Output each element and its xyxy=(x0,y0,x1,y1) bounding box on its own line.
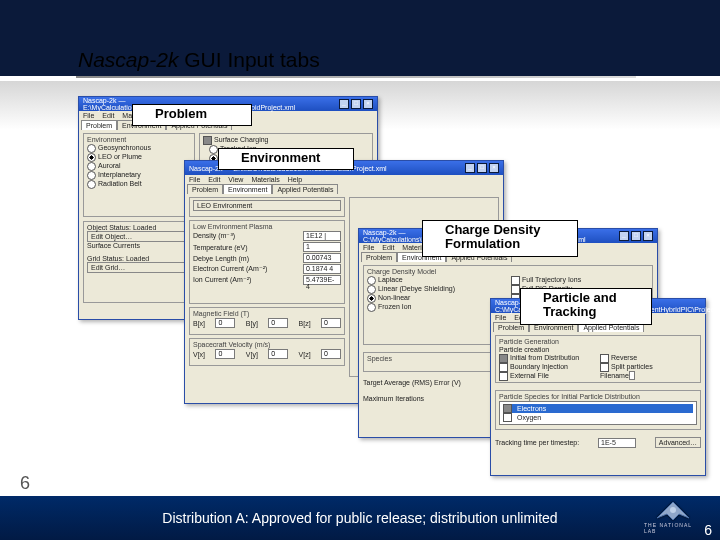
tab-environment[interactable]: Environment xyxy=(223,184,272,194)
window-particle-tracking: Nascap-2k — C:\MyCalculations\Manuals\Dy… xyxy=(490,298,706,476)
ecur-input[interactable]: 0.1874 4 xyxy=(303,264,341,274)
maximize-icon[interactable]: □ xyxy=(631,231,641,241)
temperature-input[interactable]: 1 xyxy=(303,242,341,252)
opt-radiation-belt[interactable]: Radiation Belt xyxy=(87,180,191,189)
menu-file[interactable]: File xyxy=(83,112,94,119)
density-input[interactable]: 1E12 | xyxy=(303,231,341,241)
edit-object-button[interactable]: Edit Object… xyxy=(87,231,191,242)
callout-particle-tracking: Particle and Tracking xyxy=(520,288,652,325)
tab-applied-potentials[interactable]: Applied Potentials xyxy=(272,184,338,194)
close-icon[interactable]: × xyxy=(643,231,653,241)
menu-edit[interactable]: Edit xyxy=(102,112,114,119)
chk-boundary[interactable]: Boundary Injection xyxy=(499,363,596,372)
wings-icon xyxy=(653,500,693,522)
tab-problem[interactable]: Problem xyxy=(187,184,223,194)
opt-nonlinear[interactable]: Non-linear xyxy=(367,294,505,303)
environment-panel: Environment Geosynchronous LEO or Plume … xyxy=(83,133,195,217)
page-number-right: 6 xyxy=(704,522,712,538)
icur-input[interactable]: 5.4739E-4 xyxy=(303,275,341,285)
page-title: Nascap-2k GUI Input tabs xyxy=(78,48,320,72)
leo-env-button[interactable]: LEO Environment xyxy=(193,200,341,211)
debye-input[interactable]: 0.00743 xyxy=(303,253,341,263)
chk-initial[interactable]: Initial from Distribution xyxy=(499,354,596,363)
tab-problem[interactable]: Problem xyxy=(361,252,397,262)
object-status-panel: Object Status: Loaded Edit Object… Surfa… xyxy=(83,221,195,303)
opt-interplanetary[interactable]: Interplanetary xyxy=(87,171,191,180)
maximize-icon[interactable]: □ xyxy=(351,99,361,109)
maximize-icon[interactable]: □ xyxy=(477,163,487,173)
opt-frozen[interactable]: Frozen Ion xyxy=(367,303,505,312)
title-underline xyxy=(76,76,636,78)
tab-problem[interactable]: Problem xyxy=(81,120,117,130)
advanced-button[interactable]: Advanced… xyxy=(655,437,701,448)
svg-point-0 xyxy=(670,507,676,513)
chk-external[interactable]: External File xyxy=(499,372,596,381)
chk-split[interactable]: Split particles xyxy=(600,363,697,372)
minimize-icon[interactable]: _ xyxy=(619,231,629,241)
lab-logo: THE NATIONAL LAB xyxy=(644,500,702,534)
minimize-icon[interactable]: _ xyxy=(465,163,475,173)
close-icon[interactable]: × xyxy=(363,99,373,109)
surface-charging-check[interactable]: Surface Charging xyxy=(203,136,369,145)
opt-auroral[interactable]: Auroral xyxy=(87,162,191,171)
page-number-left: 6 xyxy=(20,473,30,494)
opt-linear[interactable]: Linear (Debye Shielding) xyxy=(367,285,505,294)
chk-reverse[interactable]: Reverse xyxy=(600,354,697,363)
minimize-icon[interactable]: _ xyxy=(339,99,349,109)
title-italic: Nascap-2k xyxy=(78,48,178,71)
callout-cdf: Charge Density Formulation xyxy=(422,220,578,257)
close-icon[interactable]: × xyxy=(489,163,499,173)
callout-environment: Environment xyxy=(218,148,354,170)
species-list[interactable]: Electrons Oxygen xyxy=(499,401,697,425)
tracking-time-input[interactable]: 1E-5 xyxy=(598,438,636,448)
callout-problem: Problem xyxy=(132,104,252,126)
opt-leo[interactable]: LEO or Plume xyxy=(87,153,191,162)
opt-laplace[interactable]: Laplace xyxy=(367,276,505,285)
distribution-footer: Distribution A: Approved for public rele… xyxy=(0,496,720,540)
edit-grid-button[interactable]: Edit Grid… xyxy=(87,262,191,273)
menu-bar: File Edit View Materials Help xyxy=(185,175,503,184)
opt-geosynchronous[interactable]: Geosynchronous xyxy=(87,144,191,153)
